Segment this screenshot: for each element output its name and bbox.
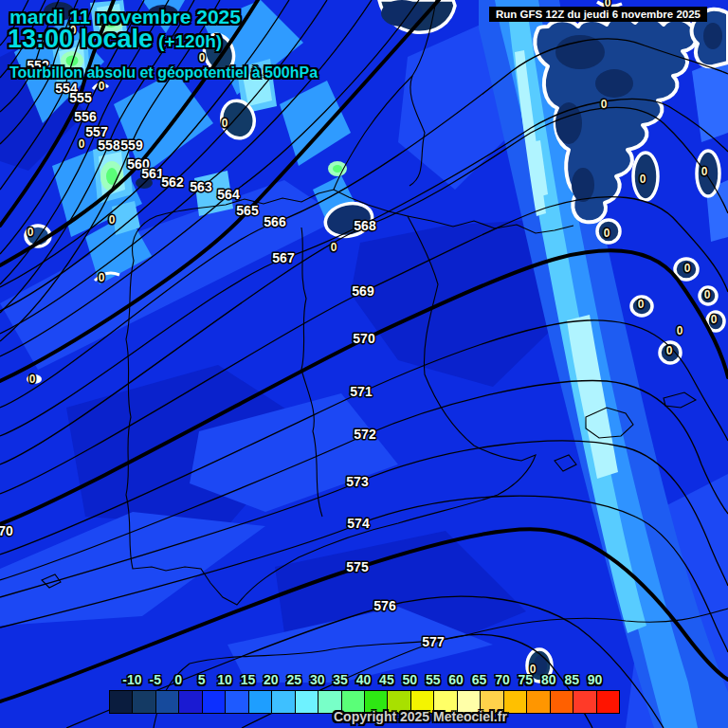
map-canvas: 5525545555565575585595605615625635645655… [0, 0, 728, 728]
vorticity-zero-label: 0 [79, 137, 85, 151]
geopotential-contour-label: 577 [422, 634, 445, 649]
geopotential-contour-label: 566 [264, 214, 286, 229]
map-parameter-title: Tourbillon absolu et géopotentiel à 500h… [9, 64, 318, 82]
map-time-title: 13:00 locale(+120h) [8, 25, 222, 54]
geopotential-contour-label: 576 [373, 598, 396, 613]
vorticity-zero-label: 0 [704, 288, 711, 301]
geopotential-contour-label: 562 [161, 174, 184, 190]
vorticity-zero-label: 0 [677, 324, 683, 337]
forecast-offset: (+120h) [158, 31, 222, 51]
vorticity-zero-label: 0 [604, 227, 610, 240]
vorticity-zero-label: 0 [684, 262, 691, 275]
geopotential-contour-label: 572 [354, 427, 376, 442]
model-run-info: Run GFS 12Z du jeudi 6 novembre 2025 [489, 7, 707, 22]
vorticity-zero-label: 0 [640, 173, 646, 186]
vorticity-zero-label: 0 [638, 298, 645, 311]
vorticity-zero-label: 0 [29, 373, 36, 386]
geopotential-contour-label: 573 [346, 474, 369, 489]
vorticity-zero-label: 0 [109, 213, 116, 227]
vorticity-zero-label: 0 [666, 344, 673, 357]
vorticity-zero-label: 0 [601, 98, 608, 111]
geopotential-contour-label: 565 [236, 203, 259, 218]
geopotential-contour-label: 567 [272, 250, 295, 265]
vorticity-zero-label: 0 [99, 271, 105, 284]
geopotential-contour-label: 558 [98, 137, 120, 153]
geopotential-contour-label: 559 [120, 137, 143, 153]
geopotential-contour-label: 569 [352, 283, 374, 299]
vorticity-zero-label: 0 [331, 241, 337, 254]
geopotential-contour-label: 564 [217, 187, 240, 202]
vorticity-zero-label: 0 [711, 313, 718, 326]
copyright-text: Copyright 2025 Meteociel.fr [334, 709, 507, 724]
vorticity-zero-label: 0 [222, 117, 228, 130]
vorticity-zero-label: 0 [27, 226, 34, 239]
geopotential-contour-label: 575 [346, 559, 369, 574]
geopotential-contour-label: 563 [190, 179, 212, 194]
vorticity-zero-label: 0 [701, 165, 708, 178]
geopotential-contour-label: 568 [354, 218, 376, 233]
geopotential-contour-label: 556 [74, 109, 97, 124]
geopotential-contour-label: 570 [353, 331, 375, 346]
geopotential-contour-label: 70 [0, 523, 13, 538]
local-time: 13:00 locale [8, 25, 153, 53]
vorticity-zero-label: 0 [530, 663, 537, 676]
vorticity-zero-label: 0 [99, 80, 105, 93]
geopotential-contour-label: 571 [350, 384, 373, 399]
geopotential-contour-label: 574 [347, 516, 370, 531]
geopotential-contour-label: 555 [69, 90, 92, 105]
weather-map-screenshot: 5525545555565575585595605615625635645655… [0, 0, 728, 728]
